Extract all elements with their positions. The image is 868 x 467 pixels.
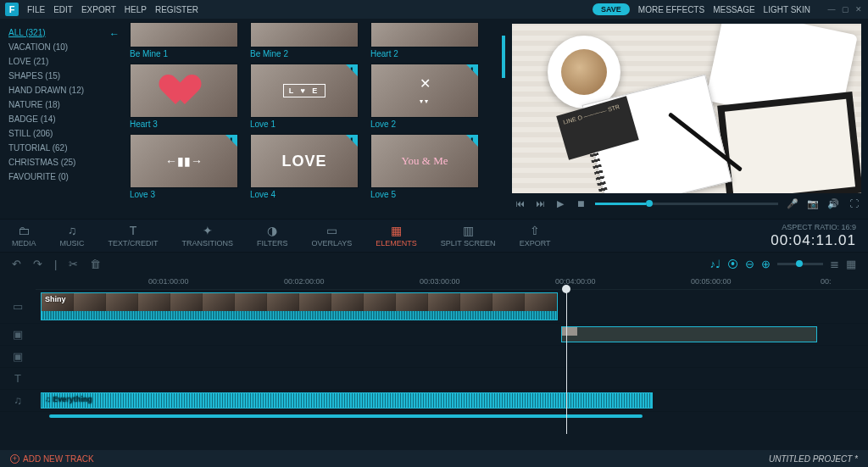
redo-icon[interactable]: ↷ bbox=[33, 258, 42, 270]
zoom-out-icon[interactable]: ⊖ bbox=[745, 258, 754, 270]
gallery-item[interactable]: ⬇✕▾ ▾Love 2 bbox=[370, 64, 479, 129]
category-item[interactable]: FAVOURITE (0) bbox=[8, 170, 114, 184]
window-maximize-icon[interactable]: ▢ bbox=[841, 5, 849, 14]
gallery-item[interactable]: ⬇L ♥ ELove 1 bbox=[250, 64, 359, 129]
view-grid-icon[interactable]: ▦ bbox=[846, 258, 856, 270]
module-tab-split[interactable]: ▥SPLIT SCREEN bbox=[441, 224, 496, 247]
add-new-track-button[interactable]: + ADD NEW TRACK bbox=[10, 454, 94, 464]
module-tab-overlays[interactable]: ▭OVERLAYS bbox=[311, 224, 352, 247]
gallery-caption: Love 3 bbox=[130, 188, 238, 199]
category-item[interactable]: SHAPES (15) bbox=[8, 69, 114, 83]
gallery-caption: Be Mine 1 bbox=[130, 47, 238, 58]
track-icon-video: ▭ bbox=[0, 290, 36, 323]
transport-bar: ⏮ ⏭ ▶ ⏹ 🎤 📷 🔊 ⛶ bbox=[512, 193, 861, 214]
module-tab-trans[interactable]: ✦TRANSITIONS bbox=[182, 224, 234, 247]
app-logo: F bbox=[5, 3, 19, 16]
window-minimize-icon[interactable]: — bbox=[827, 5, 836, 14]
menu-export[interactable]: EXPORT bbox=[81, 5, 116, 14]
volume-icon[interactable]: 🔊 bbox=[827, 198, 839, 209]
menu-more-effects[interactable]: MORE EFFECTS bbox=[638, 5, 704, 14]
module-tab-text[interactable]: TTEXT/CREDIT bbox=[108, 224, 159, 247]
clip-label: ♫ Everything bbox=[45, 395, 92, 403]
zoom-slider[interactable] bbox=[777, 263, 823, 265]
sidebar-collapse-icon[interactable]: ← bbox=[109, 27, 120, 42]
menu-help[interactable]: HELP bbox=[125, 5, 147, 14]
timeline-ruler[interactable]: 00:01:00:0000:02:00:0000:03:00:0000:04:0… bbox=[36, 275, 868, 290]
window-close-icon[interactable]: ✕ bbox=[854, 5, 863, 14]
status-footer: + ADD NEW TRACK UNTITLED PROJECT * bbox=[0, 450, 868, 467]
track-icon-overlay: ▣ bbox=[0, 324, 36, 345]
gallery-caption: Heart 3 bbox=[130, 118, 238, 129]
record-voiceover-icon[interactable]: 🎤 bbox=[787, 198, 798, 209]
module-tab-export[interactable]: ⇧EXPORT bbox=[520, 224, 551, 247]
menu-light-skin[interactable]: LIGHT SKIN bbox=[764, 5, 810, 14]
module-tab-music[interactable]: ♫MUSIC bbox=[60, 224, 85, 247]
menu-message[interactable]: MESSAGE bbox=[713, 5, 754, 14]
gallery-caption: Love 4 bbox=[250, 188, 359, 199]
track-icon-overlay2: ▣ bbox=[0, 346, 36, 367]
menu-edit[interactable]: EDIT bbox=[53, 5, 73, 14]
filters-icon: ◑ bbox=[267, 224, 277, 237]
split-icon: ▥ bbox=[463, 224, 474, 237]
category-item[interactable]: TUTORIAL (62) bbox=[8, 141, 114, 155]
view-list-icon[interactable]: ≣ bbox=[830, 258, 839, 270]
gallery-item[interactable]: ⬇LOVELove 4 bbox=[250, 134, 359, 199]
elements-gallery: Be Mine 1Be Mine 2Heart 2Heart 3⬇L ♥ ELo… bbox=[123, 19, 502, 219]
preview-object-planner bbox=[717, 92, 861, 193]
track-overlay-1: ▣ bbox=[0, 324, 868, 346]
category-item[interactable]: STILL (206) bbox=[8, 126, 114, 141]
transport-stop-icon[interactable]: ⏹ bbox=[575, 198, 587, 208]
clip-stills-sequence[interactable] bbox=[561, 326, 817, 342]
transport-first-icon[interactable]: ⏮ bbox=[514, 198, 526, 208]
gallery-caption: Love 5 bbox=[370, 188, 479, 199]
module-tabs: 🗀MEDIA♫MUSICTTEXT/CREDIT✦TRANSITIONS◑FIL… bbox=[0, 219, 868, 253]
playhead[interactable] bbox=[566, 290, 567, 434]
transport-play-icon[interactable]: ▶ bbox=[554, 198, 566, 209]
delete-icon[interactable]: 🗑 bbox=[90, 258, 101, 270]
module-tab-media[interactable]: 🗀MEDIA bbox=[12, 224, 36, 247]
clip-video-shiny[interactable]: Shiny bbox=[41, 292, 558, 320]
ruler-tick: 00: bbox=[821, 277, 832, 286]
export-icon: ⇧ bbox=[530, 224, 540, 237]
undo-icon[interactable]: ↶ bbox=[12, 258, 21, 270]
gallery-item[interactable]: ⬇You & MeLove 5 bbox=[370, 134, 479, 199]
clip-audio-everything[interactable]: ♫ Everything bbox=[41, 392, 653, 409]
module-tab-elements[interactable]: ▦ELEMENTS bbox=[376, 224, 417, 247]
category-item[interactable]: HAND DRAWN (12) bbox=[8, 83, 114, 97]
ruler-tick: 00:04:00:00 bbox=[555, 277, 596, 286]
snapshot-icon[interactable]: 📷 bbox=[807, 198, 819, 209]
text-icon: T bbox=[130, 224, 137, 237]
download-icon: ⬇ bbox=[346, 64, 358, 76]
audio-mixer-icon[interactable]: ♪♩ bbox=[710, 258, 721, 270]
gallery-item[interactable]: ⬇←▮▮→Love 3 bbox=[130, 134, 238, 199]
module-tab-filters[interactable]: ◑FILTERS bbox=[257, 224, 287, 247]
fullscreen-icon[interactable]: ⛶ bbox=[848, 198, 860, 208]
trans-icon: ✦ bbox=[203, 224, 213, 237]
gallery-scrollbar[interactable] bbox=[502, 19, 505, 219]
plus-icon: + bbox=[10, 454, 19, 464]
gallery-item[interactable]: Be Mine 2 bbox=[250, 22, 359, 58]
transport-prev-icon[interactable]: ⏭ bbox=[534, 198, 546, 208]
menu-file[interactable]: FILE bbox=[27, 5, 45, 14]
timecode-display: 00:04:11.01 bbox=[771, 232, 856, 249]
timeline-hscroll[interactable] bbox=[36, 412, 868, 420]
gallery-item[interactable]: Heart 2 bbox=[370, 22, 479, 58]
category-item[interactable]: LOVE (21) bbox=[8, 54, 114, 69]
category-item[interactable]: CHRISTMAS (25) bbox=[8, 155, 114, 170]
transport-seek-slider[interactable] bbox=[595, 203, 778, 205]
save-button[interactable]: SAVE bbox=[593, 3, 630, 15]
gallery-item[interactable]: Heart 3 bbox=[130, 64, 238, 129]
preview-panel: LINE O ———— STR ⏮ ⏭ ▶ ⏹ 🎤 📷 🔊 ⛶ bbox=[505, 19, 868, 219]
menu-register[interactable]: REGISTER bbox=[155, 5, 198, 14]
marker-icon[interactable]: ⦿ bbox=[727, 258, 738, 270]
clip-label: Shiny bbox=[45, 295, 66, 303]
zoom-in-icon[interactable]: ⊕ bbox=[761, 258, 771, 270]
category-item[interactable]: NATURE (18) bbox=[8, 97, 114, 112]
gallery-item[interactable]: Be Mine 1 bbox=[130, 22, 238, 58]
category-item[interactable]: ALL (321) bbox=[8, 25, 114, 40]
gallery-caption: Heart 2 bbox=[370, 47, 479, 58]
category-item[interactable]: BADGE (14) bbox=[8, 112, 114, 126]
cut-icon[interactable]: ✂ bbox=[69, 258, 78, 270]
category-sidebar: ← ALL (321)VACATION (10)LOVE (21)SHAPES … bbox=[0, 19, 123, 219]
category-item[interactable]: VACATION (10) bbox=[8, 40, 114, 54]
